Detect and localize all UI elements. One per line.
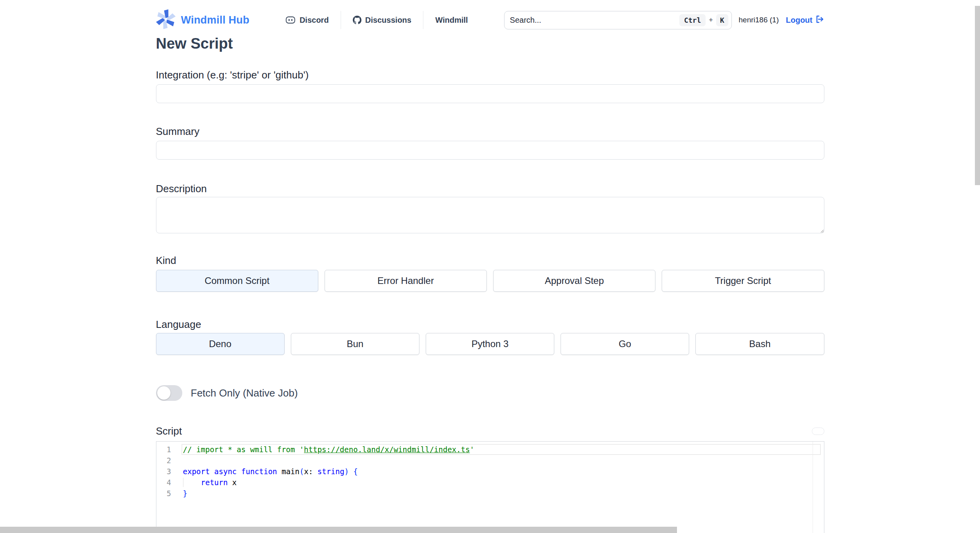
- language-option-deno[interactable]: Deno: [156, 333, 285, 355]
- fetch-only-toggle[interactable]: [156, 385, 182, 401]
- nav-item-discord[interactable]: Discord: [284, 16, 330, 25]
- code-line[interactable]: 5}: [156, 488, 824, 499]
- search-input[interactable]: [510, 16, 679, 25]
- kind-options: Common Script Error Handler Approval Ste…: [156, 270, 824, 292]
- main-nav: Discord Discussions Windmill: [284, 11, 469, 29]
- summary-input[interactable]: [156, 141, 824, 160]
- code-line[interactable]: 2: [156, 455, 824, 466]
- github-icon: [353, 16, 361, 24]
- logout-button[interactable]: Logout: [786, 15, 824, 26]
- language-options: Deno Bun Python 3 Go Bash: [156, 333, 824, 355]
- language-option-go[interactable]: Go: [561, 333, 689, 355]
- nav-item-discussions[interactable]: Discussions: [351, 16, 413, 25]
- header: Windmill Hub Discord: [156, 0, 824, 29]
- line-number: 3: [156, 466, 181, 477]
- editor-scrollbar-area[interactable]: [813, 442, 824, 533]
- code-lines: 1// import * as wmill from 'https://deno…: [156, 442, 824, 499]
- indent-guide: [183, 478, 183, 487]
- code-line-content: // import * as wmill from 'https://deno.…: [181, 444, 821, 455]
- horizontal-scrollbar-thumb[interactable]: [0, 527, 677, 533]
- line-number: 4: [156, 477, 181, 488]
- nav-divider: [341, 11, 341, 29]
- summary-field-group: Summary: [156, 126, 824, 160]
- nav-item-label: Discord: [299, 16, 328, 25]
- code-line[interactable]: 3export async function main(x: string) {: [156, 466, 824, 477]
- username: henri186 (1): [739, 16, 779, 24]
- script-label: Script: [156, 425, 182, 437]
- language-field-group: Language Deno Bun Python 3 Go Bash: [156, 318, 824, 355]
- description-label: Description: [156, 183, 824, 195]
- fetch-only-row: Fetch Only (Native Job): [156, 385, 824, 401]
- kind-option-error-handler[interactable]: Error Handler: [325, 270, 487, 292]
- line-number: 5: [156, 488, 181, 499]
- integration-field-group: Integration (e.g: 'stripe' or 'github'): [156, 69, 824, 103]
- code-line-content: export async function main(x: string) {: [181, 466, 824, 477]
- language-option-python3[interactable]: Python 3: [426, 333, 554, 355]
- code-line[interactable]: 1// import * as wmill from 'https://deno…: [156, 444, 824, 455]
- kbd-k: K: [716, 14, 728, 26]
- kbd-ctrl: Ctrl: [679, 14, 706, 26]
- integration-input[interactable]: [156, 84, 824, 103]
- page-title: New Script: [156, 35, 824, 52]
- discord-icon: [285, 16, 296, 24]
- line-number: 1: [156, 444, 181, 455]
- kind-option-trigger-script[interactable]: Trigger Script: [662, 270, 824, 292]
- editor-theme-toggle-pill[interactable]: [812, 427, 824, 435]
- kind-option-approval-step[interactable]: Approval Step: [493, 270, 655, 292]
- summary-label: Summary: [156, 126, 824, 138]
- integration-label: Integration (e.g: 'stripe' or 'github'): [156, 69, 824, 81]
- code-line[interactable]: 4 return x: [156, 477, 824, 488]
- code-line-content: return x: [181, 477, 824, 488]
- brand-name: Windmill Hub: [181, 14, 250, 26]
- language-option-bash[interactable]: Bash: [695, 333, 824, 355]
- nav-item-label: Windmill: [435, 16, 468, 25]
- kind-option-common-script[interactable]: Common Script: [156, 270, 318, 292]
- kind-label: Kind: [156, 255, 824, 267]
- nav-item-windmill[interactable]: Windmill: [434, 16, 469, 25]
- kind-field-group: Kind Common Script Error Handler Approva…: [156, 255, 824, 292]
- user-zone: henri186 (1) Logout: [739, 15, 824, 26]
- toggle-knob: [157, 386, 171, 400]
- vertical-scrollbar-thumb[interactable]: [975, 6, 980, 185]
- search-box[interactable]: Ctrl + K: [504, 11, 732, 29]
- brand-home-link[interactable]: Windmill Hub: [156, 9, 250, 31]
- fetch-only-label: Fetch Only (Native Job): [191, 387, 298, 399]
- nav-divider: [423, 11, 423, 29]
- logout-label: Logout: [786, 16, 813, 25]
- logout-icon: [815, 15, 824, 26]
- description-field-group: Description: [156, 183, 824, 233]
- code-line-content: }: [181, 488, 824, 499]
- language-option-bun[interactable]: Bun: [291, 333, 419, 355]
- nav-item-label: Discussions: [365, 16, 412, 25]
- kbd-plus: +: [709, 16, 713, 24]
- windmill-logo-icon: [156, 9, 176, 31]
- script-section: Script 1// import * as wmill from 'https…: [156, 425, 824, 533]
- language-label: Language: [156, 318, 824, 331]
- code-editor[interactable]: 1// import * as wmill from 'https://deno…: [156, 441, 824, 533]
- code-line-content: [181, 455, 824, 466]
- line-number: 2: [156, 455, 181, 466]
- description-textarea[interactable]: [156, 197, 824, 233]
